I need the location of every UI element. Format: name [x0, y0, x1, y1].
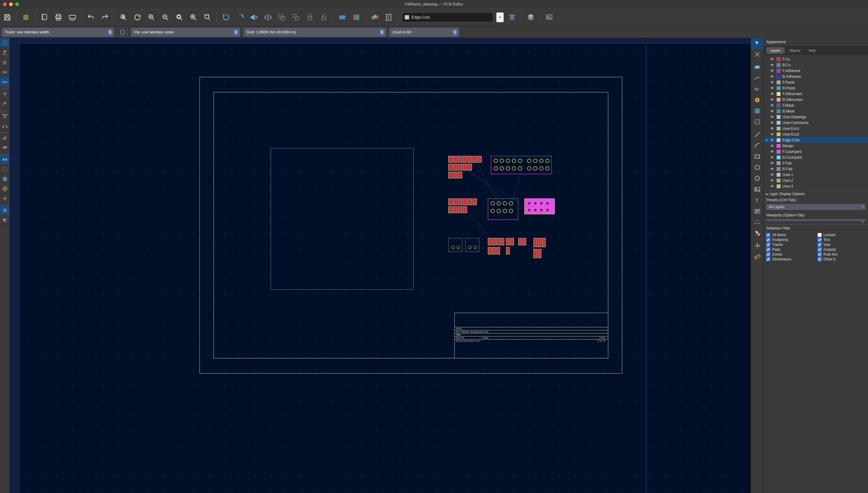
layer-color-swatch[interactable]: [777, 132, 781, 136]
pad-clearance-toggle[interactable]: [0, 184, 9, 194]
layer-row-f-cu[interactable]: 👁F.Cu: [764, 56, 868, 62]
visibility-toggle-icon[interactable]: 👁: [770, 74, 774, 79]
visibility-toggle-icon[interactable]: 👁: [770, 167, 774, 171]
always-show-cursor-toggle[interactable]: [0, 99, 9, 108]
footprint-library-button[interactable]: [351, 12, 362, 23]
visibility-toggle-icon[interactable]: 👁: [770, 121, 774, 125]
place-zone-tool[interactable]: [751, 105, 763, 116]
tab-layers[interactable]: Layers: [766, 47, 785, 54]
layer-color-swatch[interactable]: [777, 155, 781, 159]
layer-row-user-3[interactable]: 👁User.3: [764, 183, 868, 189]
filter-footprints[interactable]: Footprints: [766, 238, 814, 242]
visibility-toggle-icon[interactable]: 👁: [770, 184, 774, 189]
layer-color-swatch[interactable]: [777, 103, 781, 108]
3d-viewer-button[interactable]: [525, 12, 536, 23]
layer-color-swatch[interactable]: [777, 184, 781, 189]
lock-button[interactable]: [305, 12, 315, 23]
board-setup-button[interactable]: [20, 12, 31, 23]
layer-color-swatch[interactable]: [777, 167, 781, 171]
filter-other-it[interactable]: Other it: [818, 257, 866, 261]
draw-circle-tool[interactable]: [751, 162, 763, 173]
layer-display-options-toggle[interactable]: ▸Layer Display Options: [764, 190, 868, 197]
visibility-toggle-icon[interactable]: 👁: [770, 144, 774, 148]
place-footprint-tool[interactable]: [751, 62, 763, 73]
layer-color-swatch[interactable]: [777, 92, 781, 96]
visibility-toggle-icon[interactable]: 👁: [770, 138, 774, 142]
grid-dropdown[interactable]: Grid: 1.0000 mm (0.0394 in)⇅: [243, 28, 386, 37]
draw-polygon-tool[interactable]: [751, 173, 763, 184]
layer-color-swatch[interactable]: [777, 86, 781, 90]
visibility-toggle-icon[interactable]: 👁: [770, 155, 774, 159]
visibility-toggle-icon[interactable]: 👁: [770, 115, 774, 119]
layer-color-swatch[interactable]: [777, 173, 781, 177]
filter-pads[interactable]: Pads: [766, 248, 814, 252]
visibility-toggle-icon[interactable]: 👁: [770, 178, 774, 183]
visibility-toggle-icon[interactable]: 👁: [770, 80, 774, 85]
presets-dropdown[interactable]: All Layers: [766, 204, 866, 210]
layer-row-user-eco1[interactable]: 👁User.Eco1: [764, 126, 868, 131]
properties-toggle[interactable]: [0, 215, 9, 225]
layer-row-user-2[interactable]: 👁User.2: [764, 177, 868, 183]
filter-locked[interactable]: Locked: [818, 233, 866, 237]
place-via-tool[interactable]: [751, 94, 763, 105]
layer-row-f-courtyard[interactable]: 👁F.Courtyard: [764, 149, 868, 154]
unlock-button[interactable]: [318, 12, 329, 23]
scripting-console-button[interactable]: [544, 12, 555, 23]
visibility-toggle-icon[interactable]: 👁: [770, 98, 774, 102]
visibility-toggle-icon[interactable]: 👁: [770, 86, 774, 90]
layer-row-f-adhesive[interactable]: 👁F.Adhesive: [764, 68, 868, 73]
via-display-toggle[interactable]: [0, 143, 9, 152]
measure-tool[interactable]: [751, 251, 763, 262]
rotate-cw-button[interactable]: [234, 12, 245, 23]
zoom-out-button[interactable]: [160, 12, 171, 23]
zoom-fit-button[interactable]: [174, 12, 185, 23]
pcb-canvas[interactable]: Sheet: File: FMRadio_deeptag.kicad_pcb T…: [10, 38, 750, 493]
show-grid-toggle[interactable]: [0, 38, 9, 48]
layer-color-swatch[interactable]: [777, 150, 781, 154]
draw-line-tool[interactable]: [751, 129, 763, 140]
ungroup-button[interactable]: [290, 12, 302, 23]
set-origin-tool[interactable]: [751, 240, 763, 251]
mirror-h-button[interactable]: [248, 12, 260, 23]
layer-color-swatch[interactable]: [777, 121, 781, 125]
minimize-window-button[interactable]: [9, 2, 13, 6]
layer-color-swatch[interactable]: [777, 144, 781, 148]
visibility-toggle-icon[interactable]: 👁: [770, 63, 774, 67]
visibility-toggle-icon[interactable]: 👁: [770, 92, 774, 96]
place-textbox-tool[interactable]: [751, 206, 763, 217]
via-size-dropdown[interactable]: Via: use netclass sizes⇅: [131, 28, 240, 37]
layer-color-swatch[interactable]: [777, 126, 781, 131]
layer-row-b-courtyard[interactable]: 👁B.Courtyard: [764, 154, 868, 160]
pad-display-toggle[interactable]: [0, 155, 9, 165]
viewports-dropdown[interactable]: [766, 219, 866, 221]
delete-tool[interactable]: [751, 228, 763, 239]
filter-rule-are[interactable]: Rule Are: [818, 252, 866, 257]
render-mode-button[interactable]: [507, 12, 518, 23]
zoom-selection-button[interactable]: [202, 12, 213, 23]
draw-rectangle-tool[interactable]: [751, 151, 763, 162]
layer-color-swatch[interactable]: [777, 98, 781, 102]
layer-color-swatch[interactable]: [777, 63, 781, 67]
zone-outline-toggle[interactable]: [0, 174, 9, 184]
layer-color-swatch[interactable]: [777, 74, 781, 79]
close-window-button[interactable]: [3, 2, 7, 6]
polar-coord-toggle[interactable]: θ: [0, 48, 9, 58]
track-auto-toggle[interactable]: =: [118, 28, 128, 37]
zone-display-toggle[interactable]: [0, 165, 9, 174]
route-diff-pair-tool[interactable]: [751, 84, 763, 94]
zoom-tool-button[interactable]: [188, 12, 199, 23]
active-layer-selector[interactable]: Edge.Cuts: [402, 13, 493, 22]
layer-row-f-silkscreen[interactable]: 👁F.Silkscreen: [764, 91, 868, 97]
layer-row-f-paste[interactable]: 👁F.Paste: [764, 79, 868, 85]
zoom-dropdown[interactable]: Zoom 0.60⇅: [389, 28, 459, 37]
layer-row-margin[interactable]: 👁Margin: [764, 143, 868, 149]
layer-color-swatch[interactable]: [777, 161, 781, 165]
redo-button[interactable]: [100, 12, 110, 23]
visibility-toggle-icon[interactable]: 👁: [770, 109, 774, 113]
plot-button[interactable]: [67, 12, 78, 23]
fullscreen-window-button[interactable]: [15, 2, 19, 6]
place-text-tool[interactable]: T: [751, 195, 763, 206]
draw-arc-tool[interactable]: [751, 140, 763, 151]
visibility-toggle-icon[interactable]: 👁: [770, 69, 774, 73]
layer-color-swatch[interactable]: [777, 80, 781, 85]
